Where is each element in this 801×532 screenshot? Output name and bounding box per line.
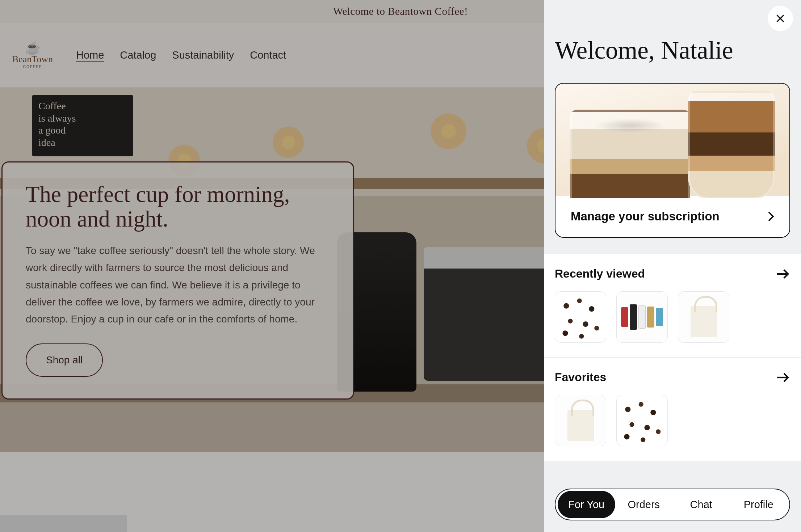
- favorite-item-tote-bag[interactable]: [555, 395, 606, 446]
- announcement-text: Welcome to Beantown Coffee!: [333, 5, 468, 17]
- recently-viewed-section: Recently viewed: [544, 254, 801, 357]
- close-drawer-button[interactable]: [768, 6, 793, 31]
- nav-home[interactable]: Home: [76, 49, 104, 61]
- chalkboard-decoration: Coffeeis alwaysa goodidea: [32, 95, 133, 156]
- recent-item-coffee-beans[interactable]: [555, 291, 606, 343]
- hero-card: The perfect cup for morning, noon and ni…: [1, 161, 354, 399]
- recently-viewed-arrow[interactable]: [776, 268, 790, 280]
- main-nav: Home Catalog Sustainability Contact: [76, 49, 286, 61]
- subscription-row: Manage your subscription: [555, 196, 789, 237]
- favorites-section: Favorites: [544, 357, 801, 461]
- close-icon: [775, 13, 786, 24]
- tab-orders[interactable]: Orders: [615, 491, 673, 518]
- subscription-label: Manage your subscription: [571, 210, 720, 223]
- favorites-arrow[interactable]: [776, 371, 790, 384]
- drawer-tab-bar: For You Orders Chat Profile: [555, 489, 790, 520]
- favorite-item-coffee-beans[interactable]: [616, 395, 668, 446]
- tab-chat[interactable]: Chat: [672, 491, 730, 518]
- coffee-cup-icon: ☕: [25, 42, 40, 54]
- favorites-title: Favorites: [555, 371, 606, 384]
- hero-description: To say we "take coffee seriously" doesn'…: [26, 242, 330, 327]
- tab-for-you[interactable]: For You: [558, 491, 615, 518]
- recently-viewed-title: Recently viewed: [555, 267, 645, 280]
- hero-title: The perfect cup for morning, noon and ni…: [26, 182, 330, 231]
- nav-contact[interactable]: Contact: [250, 49, 286, 61]
- site-logo[interactable]: ☕ BeanTown COFFEE: [4, 42, 62, 69]
- nav-catalog[interactable]: Catalog: [120, 49, 156, 61]
- recent-item-tote-bag[interactable]: [678, 291, 729, 343]
- logo-name: BeanTown: [12, 54, 53, 65]
- recently-viewed-items: [555, 291, 790, 343]
- shop-all-button[interactable]: Shop all: [26, 343, 103, 377]
- subscription-card[interactable]: Manage your subscription: [555, 83, 790, 238]
- logo-subtitle: COFFEE: [23, 65, 42, 69]
- favorites-items: [555, 395, 790, 446]
- chevron-right-icon: [768, 211, 774, 222]
- subscription-image: [555, 84, 789, 196]
- recent-item-coffee-bags[interactable]: [616, 291, 668, 343]
- drawer-greeting: Welcome, Natalie: [544, 0, 801, 83]
- nav-sustainability[interactable]: Sustainability: [172, 49, 234, 61]
- bottom-widget-placeholder: [0, 515, 127, 532]
- arrow-right-icon: [776, 268, 790, 280]
- arrow-right-icon: [776, 371, 790, 384]
- tab-profile[interactable]: Profile: [730, 491, 788, 518]
- account-drawer: Welcome, Natalie Manage your subscriptio…: [544, 0, 801, 532]
